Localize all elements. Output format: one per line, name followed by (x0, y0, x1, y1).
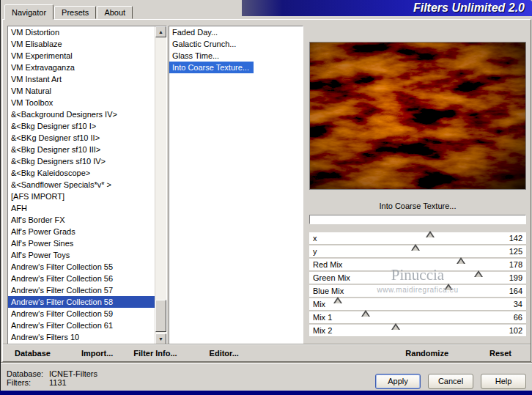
filter-info-button[interactable]: Filter Info... (133, 349, 177, 358)
status-database-label: Database: (7, 369, 49, 378)
category-item[interactable]: Alf's Power Grads (8, 226, 155, 237)
status-filters-label: Filters: (7, 378, 49, 387)
filter-item[interactable]: Glass Time... (169, 50, 303, 62)
param-label: Blue Mix (313, 287, 344, 295)
command-bar: Database Import... Filter Info... Editor… (3, 344, 531, 361)
param-value: 125 (509, 247, 522, 256)
param-slider-mix-1[interactable]: Mix 166 (309, 311, 526, 324)
editor-button[interactable]: Editor... (210, 349, 239, 358)
status-bar: Database:ICNET-Filters Filters:1131 Appl… (1, 362, 532, 391)
category-item[interactable]: Andrew's Filter Collection 59 (8, 308, 155, 320)
category-item[interactable]: VM Natural (8, 85, 155, 97)
slider-thumb-icon[interactable] (444, 284, 453, 290)
category-item[interactable]: VM Elisablaze (8, 38, 155, 50)
filter-item[interactable]: Into Coarse Texture... (169, 62, 254, 73)
category-item[interactable]: VM Toolbox (8, 97, 155, 108)
database-button[interactable]: Database (15, 349, 51, 358)
filters-unlimited-dialog: Filters Unlimited 2.0 Navigator Presets … (0, 0, 532, 391)
param-label: Green Mix (313, 273, 350, 282)
category-item[interactable]: Andrew's Filter Collection 55 (8, 261, 155, 273)
window-title: Filters Unlimited 2.0 (242, 0, 532, 16)
scroll-up-icon: ▲ (158, 29, 163, 34)
import-button[interactable]: Import... (81, 349, 113, 358)
status-filters: Filters:1131 (7, 378, 67, 387)
selected-filter-caption: Into Coarse Texture... (306, 202, 529, 210)
category-item[interactable]: VM Experimental (8, 50, 155, 62)
navigator-panel: VM DistortionVM ElisablazeVM Experimenta… (2, 19, 531, 362)
reset-button[interactable]: Reset (489, 349, 511, 358)
param-value: 164 (509, 287, 522, 295)
param-slider-y[interactable]: y125 (309, 246, 526, 258)
category-item[interactable]: VM Extravaganza (8, 62, 155, 73)
category-item[interactable]: VM Instant Art (8, 73, 155, 85)
preview-panel: Into Coarse Texture... Pinuccia www.maid… (306, 26, 529, 345)
category-item[interactable]: Alf's Border FX (8, 214, 155, 226)
cancel-button[interactable]: Cancel (428, 374, 473, 389)
parameter-sliders: Pinuccia www.maidiregrafica.eu x142y125R… (309, 232, 526, 338)
category-item[interactable]: &<Bkg Designer sf10 I> (8, 120, 155, 132)
preview-image[interactable] (309, 42, 526, 190)
tab-presets[interactable]: Presets (54, 6, 96, 19)
render-progress-bar (309, 215, 526, 224)
category-item[interactable]: &<Background Designers IV> (8, 108, 155, 120)
tab-about[interactable]: About (97, 6, 133, 19)
help-button[interactable]: Help (481, 374, 526, 389)
slider-thumb-icon[interactable] (474, 270, 483, 277)
scroll-down-icon: ▼ (158, 336, 163, 342)
param-slider-mix[interactable]: Mix34 (309, 298, 526, 311)
category-item[interactable]: VM Distortion (8, 26, 155, 38)
slider-thumb-icon[interactable] (426, 231, 435, 237)
filter-item[interactable]: Galactic Crunch... (169, 38, 303, 50)
status-filters-value: 1131 (49, 378, 67, 387)
filter-list: Faded Day...Galactic Crunch...Glass Time… (169, 26, 303, 345)
desktop-background: Filters Unlimited 2.0 Navigator Presets … (0, 0, 532, 395)
category-item[interactable]: Andrew's Filter Collection 56 (8, 273, 155, 284)
category-item[interactable]: &<Sandflower Specials*v* > (8, 179, 155, 191)
slider-thumb-icon[interactable] (361, 310, 370, 317)
scrollbar-track[interactable] (155, 37, 166, 333)
param-value: 142 (509, 234, 522, 243)
param-slider-green-mix[interactable]: Green Mix199 (309, 272, 526, 284)
apply-button[interactable]: Apply (375, 374, 421, 389)
param-label: Mix 1 (313, 313, 332, 322)
category-scrollbar[interactable]: ▲ ▼ (155, 26, 166, 344)
category-item[interactable]: [AFS IMPORT] (8, 191, 155, 202)
category-item[interactable]: &<Bkg Kaleidoscope> (8, 167, 155, 179)
category-item[interactable]: Andrew's Filter Collection 57 (8, 284, 155, 296)
filter-item[interactable]: Faded Day... (169, 26, 303, 38)
param-slider-mix-2[interactable]: Mix 2102 (309, 325, 526, 337)
slider-thumb-icon[interactable] (333, 297, 342, 303)
scroll-down-button[interactable]: ▼ (155, 333, 166, 344)
param-value: 199 (509, 273, 522, 282)
randomize-button[interactable]: Randomize (405, 349, 448, 358)
tab-bar: Navigator Presets About (4, 4, 133, 19)
param-label: Red Mix (313, 260, 342, 269)
param-label: y (313, 247, 317, 256)
param-slider-blue-mix[interactable]: Blue Mix164 (309, 285, 526, 298)
category-item[interactable]: Alf's Power Toys (8, 249, 155, 261)
coarse-texture-preview (310, 43, 525, 189)
category-item[interactable]: Andrew's Filter Collection 58 (8, 296, 155, 308)
category-item[interactable]: &<Bkg Designer sf10 III> (8, 144, 155, 155)
param-value: 178 (509, 260, 522, 269)
status-database-value: ICNET-Filters (49, 369, 97, 378)
category-item[interactable]: &<Bkg Designers sf10 IV> (8, 155, 155, 167)
param-value: 34 (514, 300, 522, 309)
slider-thumb-icon[interactable] (391, 323, 400, 330)
slider-thumb-icon[interactable] (411, 244, 420, 251)
scrollbar-thumb[interactable] (155, 300, 166, 332)
slider-thumb-icon[interactable] (457, 257, 465, 264)
category-item[interactable]: Andrew's Filter Collection 61 (8, 320, 155, 331)
status-database: Database:ICNET-Filters (7, 369, 97, 378)
category-list-items: VM DistortionVM ElisablazeVM Experimenta… (8, 26, 155, 344)
scroll-up-button[interactable]: ▲ (155, 26, 166, 37)
category-item[interactable]: AFH (8, 202, 155, 214)
param-label: Mix 2 (313, 326, 332, 335)
tab-navigator[interactable]: Navigator (4, 4, 53, 20)
category-item[interactable]: Andrew's Filters 10 (8, 331, 155, 343)
category-item[interactable]: &<BKg Designer sf10 II> (8, 132, 155, 144)
category-list: VM DistortionVM ElisablazeVM Experimenta… (7, 26, 167, 345)
param-slider-x[interactable]: x142 (309, 232, 526, 245)
param-slider-red-mix[interactable]: Red Mix178 (309, 259, 526, 271)
category-item[interactable]: Alf's Power Sines (8, 237, 155, 249)
